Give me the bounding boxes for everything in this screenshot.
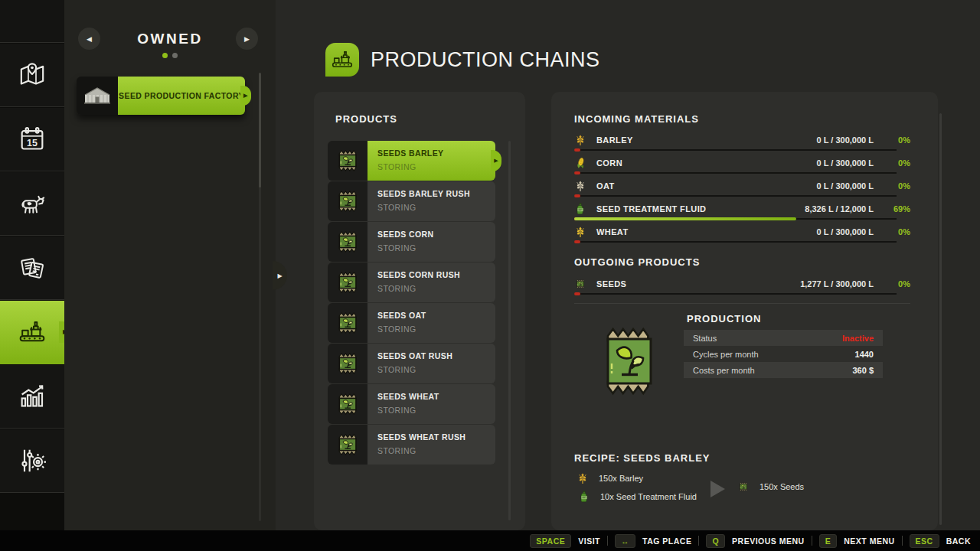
row-label: Cycles per month (693, 350, 759, 359)
recipe-title: RECIPE: SEEDS BARLEY (574, 452, 710, 464)
owned-factory-button[interactable]: SEED PRODUCTION FACTORY ▶ (77, 77, 245, 115)
product-item-seeds-oat[interactable]: SEEDS OAT STORING (328, 303, 495, 343)
product-item-seeds-corn[interactable]: SEEDS CORN STORING (328, 222, 495, 262)
factory-thumbnail (77, 77, 118, 115)
product-thumb (328, 425, 368, 465)
material-fill-bar (574, 240, 897, 243)
product-item-seeds-barley[interactable]: SEEDS BARLEY STORING ▶ (328, 141, 495, 181)
recipe-input-label: 150x Barley (599, 474, 643, 483)
product-name: SEEDS WHEAT RUSH (377, 432, 495, 442)
keybind-visit[interactable]: SPACE VISIT (530, 534, 600, 548)
seed-treatment-fluid-icon (574, 203, 586, 215)
page-header: PRODUCTION CHAINS (325, 43, 600, 77)
map-icon (17, 60, 47, 90)
products-title: PRODUCTS (335, 113, 397, 125)
material-fill-bar (574, 171, 897, 174)
seed-packet-icon (335, 146, 361, 175)
keybind-separator (812, 536, 812, 546)
sidebar-item-production-chains[interactable]: ▶ (0, 301, 64, 364)
next-menu-label: NEXT MENU (844, 536, 894, 546)
sidebar-item-settings[interactable] (0, 429, 64, 493)
owned-scrollbar[interactable] (259, 73, 261, 521)
production-chains-icon (330, 47, 354, 72)
sidebar-item-animals[interactable] (0, 172, 64, 236)
keybind-next-menu[interactable]: E NEXT MENU (819, 534, 895, 548)
product-item-seeds-barley-rush[interactable]: SEEDS BARLEY RUSH STORING (328, 181, 495, 221)
e-key[interactable]: E (819, 534, 838, 548)
product-item-seeds-wheat-rush[interactable]: SEEDS WHEAT RUSH STORING (328, 425, 495, 465)
material-row-wheat: WHEAT 0 L / 300,000 L 0% (574, 223, 924, 246)
material-name: SEED TREATMENT FLUID (596, 204, 805, 214)
keybind-back[interactable]: ESC BACK (910, 534, 971, 548)
back-label: BACK (946, 536, 971, 546)
keybind-previous-menu[interactable]: Q PREVIOUS MENU (706, 534, 804, 548)
material-row-seed-treatment-fluid: SEED TREATMENT FLUID 8,326 L / 12,000 L … (574, 201, 924, 223)
seed-treatment-fluid-icon (578, 491, 590, 503)
material-percent: 0% (885, 181, 910, 191)
material-fill-bar (574, 217, 897, 220)
material-amount: 0 L / 300,000 L (817, 227, 874, 236)
sidebar-item-statistics[interactable] (0, 365, 64, 429)
product-name: SEEDS (596, 279, 800, 289)
arrows-key[interactable]: ↔ (615, 534, 635, 548)
product-item-seeds-wheat[interactable]: SEEDS WHEAT STORING (328, 384, 495, 424)
production-title: PRODUCTION (687, 313, 761, 324)
recipe-output-seeds: 150x Seeds (737, 481, 804, 493)
product-thumb (328, 181, 368, 221)
product-name: SEEDS CORN RUSH (377, 270, 495, 279)
sidebar-item-contracts[interactable] (0, 236, 64, 300)
q-key[interactable]: Q (706, 534, 725, 548)
keybind-separator (607, 536, 608, 546)
animals-icon (17, 188, 47, 219)
product-item-seeds-corn-rush[interactable]: SEEDS CORN RUSH STORING (328, 262, 495, 302)
owned-page-dots (64, 53, 276, 58)
product-name: SEEDS OAT (377, 311, 495, 320)
owned-scrollbar-thumb[interactable] (259, 73, 261, 187)
sidebar-item-calendar[interactable] (0, 108, 64, 171)
product-status: STORING (377, 243, 495, 253)
seed-packet-icon (335, 187, 361, 216)
material-amount: 0 L / 300,000 L (817, 135, 874, 145)
production-chains-screen: PRODUCTION CHAINS PRODUCTS SEEDS BARLEY … (276, 0, 980, 530)
product-name: SEEDS CORN (377, 230, 495, 239)
seeds-icon (574, 278, 586, 290)
sidebar-item-map[interactable] (0, 44, 64, 107)
material-percent: 69% (885, 204, 910, 214)
detail-scrollbar[interactable] (939, 113, 942, 525)
esc-key[interactable]: ESC (910, 534, 939, 548)
material-amount: 0 L / 300,000 L (817, 181, 874, 191)
seed-packet-icon (335, 349, 361, 378)
recipe-arrow-icon (710, 481, 725, 497)
material-row-corn: CORN 0 L / 300,000 L 0% (574, 155, 924, 178)
seed-packet-icon (335, 308, 361, 337)
page-title: PRODUCTION CHAINS (371, 48, 600, 72)
keybind-tag-place[interactable]: ↔ TAG PLACE (615, 534, 691, 548)
product-percent: 0% (885, 279, 910, 289)
owned-next-page-button[interactable]: ▶ (236, 28, 258, 50)
product-list: SEEDS BARLEY STORING ▶ SEEDS BARLEY RUSH… (328, 141, 495, 465)
barley-icon (577, 472, 589, 484)
space-key[interactable]: SPACE (530, 534, 571, 548)
sidebar-spacer (0, 0, 64, 43)
products-panel: PRODUCTS SEEDS BARLEY STORING ▶ SEEDS BA… (314, 92, 525, 530)
material-name: WHEAT (596, 227, 817, 236)
material-amount: 8,326 L / 12,000 L (805, 204, 874, 214)
material-name: CORN (596, 158, 817, 168)
products-scrollbar[interactable] (508, 141, 511, 520)
corn-icon (574, 157, 586, 169)
settings-icon (17, 445, 47, 476)
seed-packet-icon (335, 390, 361, 419)
material-percent: 0% (885, 227, 910, 236)
production-row-costs: Costs per month 360 $ (684, 362, 883, 378)
seed-packet-icon (335, 227, 361, 256)
recipe-output-label: 150x Seeds (760, 482, 804, 491)
material-percent: 0% (885, 135, 910, 145)
production-info-table: Status Inactive Cycles per month 1440 Co… (684, 330, 883, 378)
product-item-seeds-oat-rush[interactable]: SEEDS OAT RUSH STORING (328, 344, 495, 383)
page-dot-active (162, 53, 168, 58)
barley-icon (574, 134, 586, 146)
row-label: Costs per month (693, 366, 755, 375)
product-name: SEEDS WHEAT (377, 392, 495, 401)
product-status: STORING (377, 284, 495, 293)
seed-packet-icon (335, 268, 361, 297)
